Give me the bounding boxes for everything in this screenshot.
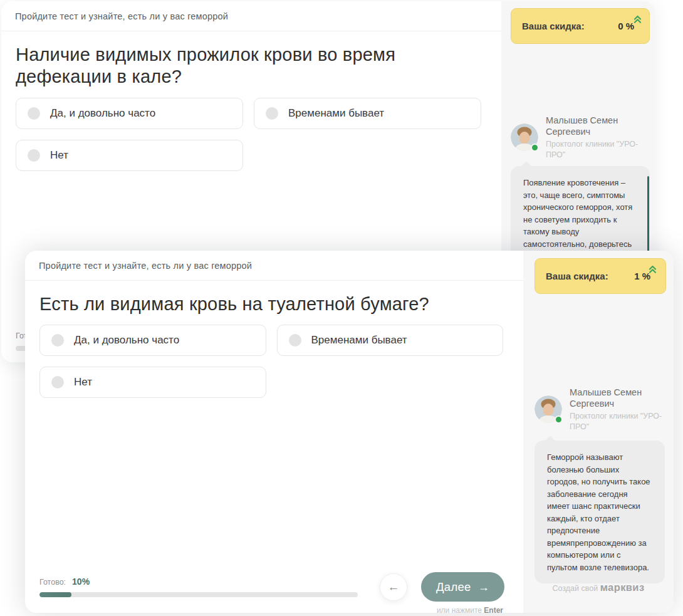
answer-option-sometimes[interactable]: Временами бывает xyxy=(277,325,504,356)
quiz-main-column: Пройдите тест и узнайте, есть ли у вас г… xyxy=(25,251,523,613)
assistant-message-text: Геморрой называют болезнью больших город… xyxy=(547,452,650,572)
radio-icon xyxy=(28,149,40,162)
answer-option-label: Временами бывает xyxy=(288,107,384,120)
page: Пройдите тест и узнайте, есть ли у вас г… xyxy=(0,0,683,616)
enter-hint-prefix: или нажмите xyxy=(437,606,482,613)
next-button-group: Далее → или нажмите Enter xyxy=(421,572,504,602)
radio-icon xyxy=(28,107,40,120)
expert-name: Малышев Семен Сергеевич xyxy=(546,115,649,137)
answer-option-label: Нет xyxy=(50,149,68,162)
chevron-double-up-icon xyxy=(649,264,657,276)
progress-value: 10% xyxy=(72,577,90,587)
radio-icon xyxy=(266,107,278,120)
answer-option-label: Да, и довольно часто xyxy=(50,107,155,120)
avatar xyxy=(511,123,538,151)
quiz-footer-bar: Готово: 10% ← Далее → xyxy=(39,572,504,602)
progress-bar xyxy=(39,592,358,597)
avatar xyxy=(534,395,562,423)
radio-icon xyxy=(51,376,64,389)
answer-options: Да, и довольно часто Временами бывает Не… xyxy=(39,325,503,398)
quiz-header-title: Пройдите тест и узнайте, есть ли у вас г… xyxy=(39,261,252,271)
brand-footer: Создай свой марквиз xyxy=(523,582,674,593)
assistant-message-bubble: Геморрой называют болезнью больших город… xyxy=(534,441,665,583)
quiz-header: Пройдите тест и узнайте, есть ли у вас г… xyxy=(1,1,501,31)
expert-info: Малышев Семен Сергеевич Проктолог клиник… xyxy=(570,387,667,432)
expert-name: Малышев Семен Сергеевич xyxy=(570,387,667,409)
discount-value: 0 % xyxy=(618,21,634,31)
quiz-header: Пройдите тест и узнайте, есть ли у вас г… xyxy=(25,251,523,281)
discount-badge: Ваша скидка: 1 % xyxy=(534,258,666,294)
back-button[interactable]: ← xyxy=(380,573,407,601)
next-button[interactable]: Далее → xyxy=(421,572,504,602)
brand-footer-link[interactable]: марквиз xyxy=(600,582,645,593)
radio-icon xyxy=(51,334,64,347)
answer-option-no[interactable]: Нет xyxy=(16,140,243,171)
arrow-left-icon: ← xyxy=(387,580,399,594)
online-status-dot xyxy=(555,415,563,424)
quiz-content: Есть ли видимая кровь на туалетной бумаг… xyxy=(25,281,523,613)
assistant-message-text: Появление кровотечения – это, чаще всего… xyxy=(523,178,632,249)
brand-footer-prefix: Создай свой xyxy=(553,584,598,593)
discount-badge: Ваша скидка: 0 % xyxy=(511,8,650,44)
progress-label: Готово: xyxy=(39,578,66,587)
radio-icon xyxy=(289,334,301,347)
expert-info: Малышев Семен Сергеевич Проктолог клиник… xyxy=(546,115,649,160)
answer-option-label: Да, и довольно часто xyxy=(74,334,179,347)
expert-card: Малышев Семен Сергеевич Проктолог клиник… xyxy=(511,115,650,160)
answer-option-label: Временами бывает xyxy=(311,334,407,347)
answer-option-no[interactable]: Нет xyxy=(39,367,266,398)
progress-section: Готово: 10% xyxy=(39,577,358,597)
expert-role: Проктолог клиники "УРО-ПРО" xyxy=(570,411,667,432)
enter-hint-key: Enter xyxy=(484,606,503,613)
enter-hint: или нажмите Enter xyxy=(437,606,503,613)
question-title: Наличие видимых прожилок крови во время … xyxy=(16,44,481,88)
next-button-label: Далее xyxy=(436,580,471,594)
arrow-right-icon: → xyxy=(478,582,489,593)
progress-bar-fill xyxy=(39,592,71,597)
discount-label: Ваша скидка: xyxy=(546,271,608,281)
answer-option-yes-often[interactable]: Да, и довольно часто xyxy=(39,325,266,356)
quiz-window-front: Пройдите тест и узнайте, есть ли у вас г… xyxy=(25,251,674,613)
bubble-tail xyxy=(520,161,533,174)
discount-label: Ваша скидка: xyxy=(522,21,585,31)
expert-card: Малышев Семен Сергеевич Проктолог клиник… xyxy=(534,387,667,432)
chevron-double-up-icon xyxy=(633,14,642,26)
expert-role: Проктолог клиники "УРО-ПРО" xyxy=(546,139,649,160)
assistant-message-bubble: Появление кровотечения – это, чаще всего… xyxy=(511,166,650,260)
answer-option-label: Нет xyxy=(74,376,92,389)
bubble-tail xyxy=(544,436,556,448)
answer-option-sometimes[interactable]: Временами бывает xyxy=(254,98,481,129)
answer-option-yes-often[interactable]: Да, и довольно часто xyxy=(16,98,243,129)
answer-options: Да, и довольно часто Временами бывает Не… xyxy=(16,98,481,171)
quiz-header-title: Пройдите тест и узнайте, есть ли у вас г… xyxy=(15,11,228,21)
question-title: Есть ли видимая кровь на туалетной бумаг… xyxy=(39,293,503,315)
online-status-dot xyxy=(531,144,539,152)
quiz-sidebar: Ваша скидка: 1 % xyxy=(523,251,674,613)
